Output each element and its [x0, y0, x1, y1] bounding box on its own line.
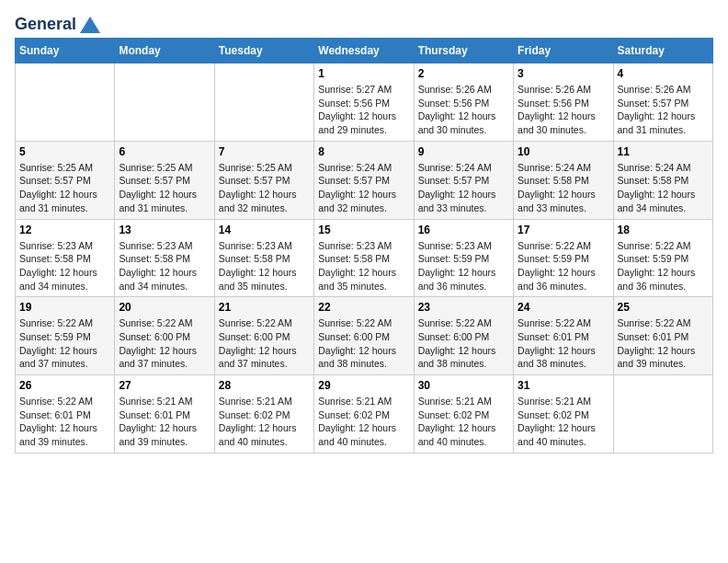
day-info: Sunrise: 5:24 AMSunset: 5:58 PMDaylight:… [618, 161, 709, 215]
calendar-cell: 18Sunrise: 5:22 AMSunset: 5:59 PMDayligh… [613, 219, 712, 297]
day-number: 21 [219, 301, 310, 314]
day-info: Sunrise: 5:23 AMSunset: 5:58 PMDaylight:… [19, 239, 110, 293]
day-number: 19 [19, 301, 110, 314]
day-number: 30 [418, 379, 509, 392]
calendar-cell: 29Sunrise: 5:21 AMSunset: 6:02 PMDayligh… [314, 375, 414, 454]
day-info: Sunrise: 5:21 AMSunset: 6:01 PMDaylight:… [119, 395, 210, 449]
calendar-cell: 11Sunrise: 5:24 AMSunset: 5:58 PMDayligh… [613, 141, 712, 219]
day-number: 17 [518, 224, 609, 236]
weekday-header: Monday [115, 39, 214, 63]
weekday-header: Tuesday [214, 39, 313, 63]
calendar-cell: 8Sunrise: 5:24 AMSunset: 5:57 PMDaylight… [314, 141, 414, 219]
weekday-header: Sunday [16, 39, 115, 63]
day-info: Sunrise: 5:22 AMSunset: 6:01 PMDaylight:… [518, 316, 609, 371]
day-info: Sunrise: 5:23 AMSunset: 5:58 PMDaylight:… [318, 239, 409, 293]
calendar-cell: 14Sunrise: 5:23 AMSunset: 5:58 PMDayligh… [214, 219, 313, 297]
weekday-header: Wednesday [314, 39, 414, 63]
logo: General [15, 15, 100, 30]
calendar-cell: 31Sunrise: 5:21 AMSunset: 6:02 PMDayligh… [514, 375, 613, 454]
calendar-cell: 2Sunrise: 5:26 AMSunset: 5:56 PMDaylight… [414, 63, 513, 142]
weekday-header-row: SundayMondayTuesdayWednesdayThursdayFrid… [16, 39, 713, 63]
day-number: 7 [219, 145, 310, 158]
day-info: Sunrise: 5:25 AMSunset: 5:57 PMDaylight:… [19, 161, 110, 215]
day-number: 14 [219, 224, 310, 236]
calendar-cell: 28Sunrise: 5:21 AMSunset: 6:02 PMDayligh… [214, 375, 313, 454]
day-info: Sunrise: 5:23 AMSunset: 5:58 PMDaylight:… [119, 239, 210, 293]
day-info: Sunrise: 5:24 AMSunset: 5:58 PMDaylight:… [518, 161, 609, 215]
day-number: 1 [318, 67, 409, 80]
day-info: Sunrise: 5:24 AMSunset: 5:57 PMDaylight:… [418, 161, 509, 215]
day-number: 8 [318, 145, 409, 158]
calendar-week-row: 12Sunrise: 5:23 AMSunset: 5:58 PMDayligh… [16, 219, 713, 297]
logo-general: General [15, 15, 76, 34]
calendar-week-row: 1Sunrise: 5:27 AMSunset: 5:56 PMDaylight… [16, 63, 713, 142]
page-header: General [15, 15, 713, 30]
day-number: 4 [618, 67, 709, 80]
day-info: Sunrise: 5:21 AMSunset: 6:02 PMDaylight:… [418, 395, 509, 449]
calendar-cell: 30Sunrise: 5:21 AMSunset: 6:02 PMDayligh… [414, 375, 513, 454]
day-info: Sunrise: 5:21 AMSunset: 6:02 PMDaylight:… [219, 395, 310, 449]
day-number: 2 [418, 67, 509, 80]
day-info: Sunrise: 5:22 AMSunset: 6:00 PMDaylight:… [119, 316, 210, 371]
day-number: 18 [618, 224, 709, 236]
day-info: Sunrise: 5:21 AMSunset: 6:02 PMDaylight:… [318, 395, 409, 449]
calendar-cell: 17Sunrise: 5:22 AMSunset: 5:59 PMDayligh… [514, 219, 613, 297]
day-info: Sunrise: 5:22 AMSunset: 6:00 PMDaylight:… [219, 316, 310, 371]
day-info: Sunrise: 5:21 AMSunset: 6:02 PMDaylight:… [518, 395, 609, 449]
calendar-cell: 16Sunrise: 5:23 AMSunset: 5:59 PMDayligh… [414, 219, 513, 297]
day-number: 5 [19, 145, 110, 158]
calendar-cell: 9Sunrise: 5:24 AMSunset: 5:57 PMDaylight… [414, 141, 513, 219]
day-number: 26 [19, 379, 110, 392]
day-number: 10 [518, 145, 609, 158]
day-info: Sunrise: 5:22 AMSunset: 6:01 PMDaylight:… [618, 316, 709, 371]
calendar-cell: 20Sunrise: 5:22 AMSunset: 6:00 PMDayligh… [115, 297, 214, 375]
day-number: 16 [418, 224, 509, 236]
calendar-cell: 1Sunrise: 5:27 AMSunset: 5:56 PMDaylight… [314, 63, 414, 142]
day-info: Sunrise: 5:26 AMSunset: 5:57 PMDaylight:… [618, 83, 709, 137]
day-info: Sunrise: 5:22 AMSunset: 5:59 PMDaylight:… [19, 316, 110, 371]
calendar-cell: 6Sunrise: 5:25 AMSunset: 5:57 PMDaylight… [115, 141, 214, 219]
day-number: 28 [219, 379, 310, 392]
calendar-cell [16, 63, 115, 142]
calendar-cell: 26Sunrise: 5:22 AMSunset: 6:01 PMDayligh… [16, 375, 115, 454]
day-number: 13 [119, 224, 210, 236]
calendar-cell: 7Sunrise: 5:25 AMSunset: 5:57 PMDaylight… [214, 141, 313, 219]
calendar-cell: 10Sunrise: 5:24 AMSunset: 5:58 PMDayligh… [514, 141, 613, 219]
weekday-header: Friday [514, 39, 613, 63]
calendar-cell: 25Sunrise: 5:22 AMSunset: 6:01 PMDayligh… [613, 297, 712, 375]
day-info: Sunrise: 5:22 AMSunset: 5:59 PMDaylight:… [618, 239, 709, 293]
calendar-cell: 4Sunrise: 5:26 AMSunset: 5:57 PMDaylight… [613, 63, 712, 142]
day-info: Sunrise: 5:22 AMSunset: 5:59 PMDaylight:… [518, 239, 609, 293]
calendar-week-row: 5Sunrise: 5:25 AMSunset: 5:57 PMDaylight… [16, 141, 713, 219]
calendar-cell: 22Sunrise: 5:22 AMSunset: 6:00 PMDayligh… [314, 297, 414, 375]
day-info: Sunrise: 5:25 AMSunset: 5:57 PMDaylight:… [219, 161, 310, 215]
day-info: Sunrise: 5:22 AMSunset: 6:00 PMDaylight:… [318, 316, 409, 371]
day-info: Sunrise: 5:24 AMSunset: 5:57 PMDaylight:… [318, 161, 409, 215]
calendar-cell: 23Sunrise: 5:22 AMSunset: 6:00 PMDayligh… [414, 297, 513, 375]
day-number: 11 [618, 145, 709, 158]
calendar-cell: 12Sunrise: 5:23 AMSunset: 5:58 PMDayligh… [16, 219, 115, 297]
day-number: 9 [418, 145, 509, 158]
day-number: 27 [119, 379, 210, 392]
calendar-cell: 5Sunrise: 5:25 AMSunset: 5:57 PMDaylight… [16, 141, 115, 219]
calendar-cell: 13Sunrise: 5:23 AMSunset: 5:58 PMDayligh… [115, 219, 214, 297]
day-number: 20 [119, 301, 210, 314]
calendar-cell: 21Sunrise: 5:22 AMSunset: 6:00 PMDayligh… [214, 297, 313, 375]
day-number: 6 [119, 145, 210, 158]
day-info: Sunrise: 5:26 AMSunset: 5:56 PMDaylight:… [418, 83, 509, 137]
calendar-cell: 3Sunrise: 5:26 AMSunset: 5:56 PMDaylight… [514, 63, 613, 142]
day-number: 25 [618, 301, 709, 314]
calendar-week-row: 19Sunrise: 5:22 AMSunset: 5:59 PMDayligh… [16, 297, 713, 375]
calendar-cell [115, 63, 214, 142]
day-info: Sunrise: 5:23 AMSunset: 5:58 PMDaylight:… [219, 239, 310, 293]
calendar-cell [214, 63, 313, 142]
day-info: Sunrise: 5:23 AMSunset: 5:59 PMDaylight:… [418, 239, 509, 293]
day-number: 31 [518, 379, 609, 392]
day-number: 15 [318, 224, 409, 236]
calendar-cell: 19Sunrise: 5:22 AMSunset: 5:59 PMDayligh… [16, 297, 115, 375]
calendar-cell: 15Sunrise: 5:23 AMSunset: 5:58 PMDayligh… [314, 219, 414, 297]
calendar-cell [613, 375, 712, 454]
svg-marker-0 [80, 17, 100, 33]
day-info: Sunrise: 5:22 AMSunset: 6:00 PMDaylight:… [418, 316, 509, 371]
weekday-header: Saturday [613, 39, 712, 63]
